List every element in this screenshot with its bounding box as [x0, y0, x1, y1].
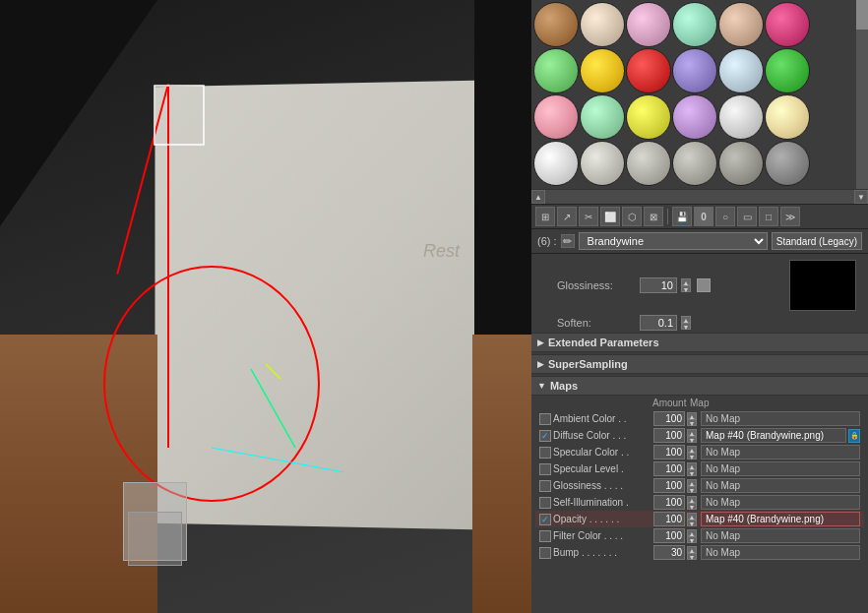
- properties-area[interactable]: Glossiness: ▲▼ Soften: ▲▼ ▶ Extended Par…: [531, 254, 868, 613]
- map-checkbox[interactable]: [539, 480, 551, 492]
- map-assign-button[interactable]: No Map: [701, 545, 860, 560]
- map-checkbox[interactable]: [539, 413, 551, 425]
- map-row: ✓Opacity . . . . . .▲▼Map #40 (Brandywin…: [535, 511, 864, 527]
- maps-section-header[interactable]: ▼ Maps: [531, 376, 868, 396]
- material-swatch[interactable]: [672, 48, 717, 93]
- swatches-scrollbar[interactable]: [856, 0, 868, 189]
- map-amount-input[interactable]: [653, 512, 685, 526]
- toolbar-delete[interactable]: ⊠: [644, 207, 663, 226]
- toolbar-put-material[interactable]: ✂: [579, 207, 598, 226]
- material-swatch[interactable]: [626, 48, 671, 93]
- material-swatch[interactable]: [580, 2, 625, 47]
- map-amount-input[interactable]: [653, 445, 685, 460]
- glossiness-spinner[interactable]: ▲▼: [681, 278, 693, 292]
- material-swatch[interactable]: [765, 141, 810, 186]
- swatches-scroll-up[interactable]: ▲: [531, 190, 545, 204]
- material-swatch[interactable]: [580, 141, 625, 186]
- material-swatch[interactable]: [626, 94, 671, 140]
- material-swatch[interactable]: [765, 48, 810, 93]
- map-amount-input[interactable]: [653, 495, 685, 510]
- material-swatch[interactable]: [580, 48, 625, 93]
- map-assign-button[interactable]: No Map: [701, 411, 860, 426]
- map-assign-button[interactable]: Map #40 (Brandywine.png): [701, 512, 860, 526]
- material-name-dropdown[interactable]: Brandywine: [579, 232, 768, 250]
- map-amount-spinner[interactable]: ▲▼: [687, 462, 699, 476]
- material-swatch[interactable]: [765, 2, 810, 47]
- map-row: Filter Color . . . .▲▼No Map: [535, 527, 864, 544]
- material-swatch[interactable]: [626, 2, 671, 47]
- material-swatch[interactable]: [718, 141, 764, 186]
- map-amount-spinner[interactable]: ▲▼: [687, 412, 699, 426]
- toolbar-select[interactable]: ⬡: [622, 207, 642, 226]
- material-edit-pencil[interactable]: ✏: [561, 234, 575, 248]
- map-amount-spinner[interactable]: ▲▼: [687, 513, 699, 526]
- map-name-label: Bump . . . . . . .: [553, 547, 651, 558]
- map-amount-spinner[interactable]: ▲▼: [687, 546, 699, 560]
- map-assign-button[interactable]: Map #40 (Brandywine.png): [701, 428, 846, 443]
- glossiness-value[interactable]: [640, 277, 677, 293]
- material-swatch[interactable]: [580, 94, 625, 140]
- material-swatch[interactable]: [718, 2, 764, 47]
- material-swatch[interactable]: [672, 94, 717, 140]
- map-amount-spinner[interactable]: ▲▼: [687, 429, 699, 443]
- swatches-scroll-down[interactable]: ▼: [854, 190, 868, 204]
- glossiness-color[interactable]: [697, 278, 711, 292]
- 3d-viewport[interactable]: Rest: [0, 0, 531, 613]
- material-swatch[interactable]: [533, 2, 579, 47]
- map-checkbox[interactable]: [539, 547, 551, 559]
- map-checkbox[interactable]: [539, 447, 551, 459]
- map-checkbox[interactable]: ✓: [539, 430, 551, 442]
- map-assign-button[interactable]: No Map: [701, 461, 860, 476]
- material-swatch[interactable]: [672, 2, 717, 47]
- material-swatch[interactable]: [672, 141, 717, 186]
- map-assign-button[interactable]: No Map: [701, 528, 860, 543]
- map-assign-button[interactable]: No Map: [701, 495, 860, 510]
- toolbar-get-material[interactable]: ↗: [557, 207, 577, 226]
- soften-value[interactable]: [640, 315, 677, 331]
- map-checkbox[interactable]: ✓: [539, 514, 551, 525]
- toolbar-box[interactable]: □: [759, 207, 778, 226]
- map-checkbox[interactable]: [539, 530, 551, 542]
- material-swatch[interactable]: [533, 48, 579, 93]
- map-name-label: Opacity . . . . . .: [553, 514, 651, 524]
- map-checkbox[interactable]: [539, 463, 551, 475]
- map-amount-spinner[interactable]: ▲▼: [687, 529, 699, 543]
- material-swatch[interactable]: [718, 94, 764, 140]
- toolbar-assign[interactable]: ⬜: [600, 207, 620, 226]
- swatches-scroll-thumb[interactable]: [856, 0, 868, 30]
- map-amount-spinner[interactable]: ▲▼: [687, 496, 699, 510]
- supersampling-section[interactable]: ▶ SuperSampling: [531, 354, 868, 374]
- toolbar-sphere[interactable]: ○: [715, 207, 735, 226]
- soften-spinner[interactable]: ▲▼: [681, 316, 693, 330]
- axis-lines: [153, 84, 527, 526]
- map-amount-input[interactable]: [653, 528, 685, 543]
- map-amount-spinner[interactable]: ▲▼: [687, 446, 699, 460]
- map-amount-input[interactable]: [653, 478, 685, 493]
- soften-label: Soften:: [557, 317, 636, 329]
- map-amount-input[interactable]: [653, 411, 685, 426]
- map-assign-button[interactable]: No Map: [701, 478, 860, 493]
- extended-params-section[interactable]: ▶ Extended Parameters: [531, 333, 868, 352]
- cabinet-small-2: [128, 512, 182, 566]
- material-swatch[interactable]: [533, 141, 579, 186]
- map-name-label: Specular Color . .: [553, 447, 651, 458]
- supersampling-arrow: ▶: [537, 359, 544, 369]
- material-swatch[interactable]: [718, 48, 764, 93]
- map-assign-button[interactable]: No Map: [701, 445, 860, 460]
- toolbar-save[interactable]: 💾: [672, 207, 692, 226]
- material-swatch[interactable]: [533, 94, 579, 140]
- map-row: Glossiness . . . .▲▼No Map: [535, 477, 864, 494]
- map-amount-input[interactable]: [653, 428, 685, 443]
- material-type-button[interactable]: Standard (Legacy): [772, 232, 862, 250]
- map-lock-icon[interactable]: 🔒: [848, 429, 860, 443]
- material-swatch[interactable]: [626, 141, 671, 186]
- toolbar-material-editor[interactable]: ⊞: [535, 207, 555, 226]
- toolbar-cylinder[interactable]: ▭: [737, 207, 757, 226]
- map-checkbox[interactable]: [539, 497, 551, 509]
- map-amount-input[interactable]: [653, 461, 685, 476]
- toolbar-more[interactable]: ≫: [780, 207, 800, 226]
- toolbar-zero[interactable]: 0: [694, 207, 713, 226]
- map-amount-input[interactable]: [653, 545, 685, 560]
- map-amount-spinner[interactable]: ▲▼: [687, 479, 699, 493]
- material-swatch[interactable]: [765, 94, 810, 140]
